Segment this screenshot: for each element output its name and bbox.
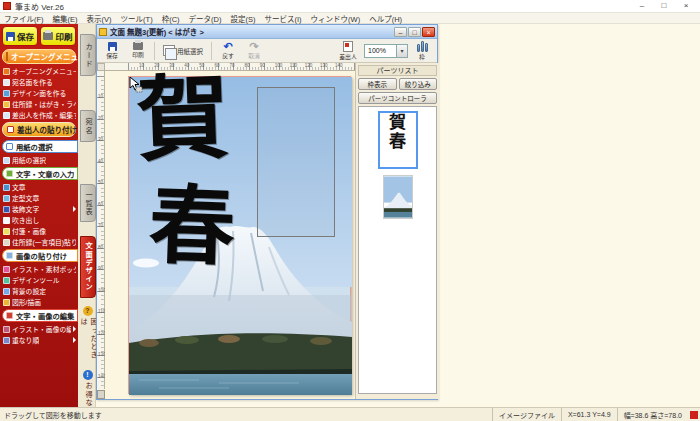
menu-view[interactable]: 表示(V) (87, 13, 112, 24)
sidebar-item-make-address-book[interactable]: 住所録・はがき・ラベルなどを作る (2, 99, 76, 109)
frame-button[interactable]: 枠 (410, 40, 434, 62)
part-thumbnail-photo[interactable] (383, 175, 413, 219)
question-icon: ? (83, 306, 93, 316)
parts-panel: パーツリスト 枠表示 絞り込み パーツコントローラ 賀 春 (355, 63, 439, 399)
menu-settings[interactable]: 設定(S) (231, 13, 256, 24)
doc-minimize-button[interactable]: – (394, 27, 407, 37)
menu-icon (3, 68, 10, 75)
selection-frame[interactable] (257, 87, 335, 237)
tab-card[interactable]: カード (80, 34, 96, 76)
sidebar-item-opening-menu-show[interactable]: オープニングメニューの表示 (2, 66, 76, 76)
redo-button[interactable]: ↷ 取消 (242, 40, 266, 62)
menu-service[interactable]: サービス(I) (265, 13, 302, 24)
flower-icon (3, 266, 10, 273)
doc-maximize-button[interactable]: □ (408, 27, 421, 37)
parts-panel-title: パーツリスト (358, 65, 437, 76)
window-title: 筆まめ Ver.26 (15, 1, 64, 12)
sidebar-item-speech-bubble[interactable]: 吹き出し (2, 215, 76, 225)
menu-edit[interactable]: 編集(E) (53, 13, 78, 24)
submenu-arrow-icon (73, 337, 76, 343)
section-edit[interactable]: 文字・画像の編集 (2, 309, 78, 322)
sender-stamp-icon (7, 126, 14, 133)
tab-list[interactable]: 一覧表 (80, 184, 96, 222)
window-controls: – □ × (631, 0, 697, 12)
ruler-number: 90 (260, 63, 265, 68)
sidebar-item-illust-box[interactable]: イラスト・素材ボックス (2, 264, 76, 274)
filter-button[interactable]: 絞り込み (399, 78, 438, 90)
sidebar-item-edit-sender[interactable]: 差出人を作成・編集する (2, 110, 76, 120)
sidebar-item-address-field-paste[interactable]: 住所録(一言項目)貼り付け (2, 237, 76, 247)
zoom-select[interactable]: 100% ▾ (364, 44, 408, 58)
calligraphy-char-ga: 賀 (135, 71, 230, 166)
save-button[interactable]: 保存 (2, 26, 38, 46)
sidebar-item-text[interactable]: 文章 (2, 182, 76, 192)
paste-sender-button[interactable]: 差出人の貼り付け (2, 122, 76, 137)
drag-cursor-icon (129, 77, 143, 93)
menu-file[interactable]: ファイル(F) (4, 13, 44, 24)
maximize-button[interactable]: □ (653, 0, 675, 12)
close-button[interactable]: × (675, 0, 697, 12)
ruler-number: 50 (199, 63, 204, 68)
menu-window[interactable]: ウィンドウ(W) (311, 13, 361, 24)
frame-icon (417, 41, 428, 52)
sidebar: 保存 印刷 オープニングメニュー ▼ オープニングメニューの表示 宛名面を作る … (0, 24, 78, 407)
sidebar-item-sticky-image[interactable]: 付箋・画像 (2, 226, 76, 236)
document-title-bar[interactable]: 文面 無題3(更新) < はがき > – □ × (97, 25, 437, 39)
ruler-number: 30 (169, 63, 174, 68)
image-icon (6, 252, 13, 259)
resize-grip[interactable] (690, 411, 698, 419)
doc-close-button[interactable]: × (422, 27, 435, 37)
sidebar-item-design-tool[interactable]: デザインツール (2, 275, 76, 285)
document-title: 文面 無題3(更新) < はがき > (110, 26, 204, 37)
tab-help[interactable]: ? 困ったときは (80, 306, 96, 364)
opening-menu-icon (6, 52, 8, 61)
part-thumbnail-calligraphy[interactable]: 賀 春 (378, 111, 418, 169)
ruler-number: 80 (245, 63, 250, 68)
ruler-number: 100 (275, 63, 283, 68)
undo-icon: ↶ (223, 41, 232, 51)
doc-print-button[interactable]: 印刷 (126, 40, 150, 62)
ruler-horizontal: 102030405060708090100110120130140 (105, 63, 355, 71)
paper-small-icon (3, 157, 10, 164)
section-image-paste[interactable]: 画像の貼り付け (2, 249, 78, 262)
toolbar-separator (211, 42, 212, 60)
sidebar-item-paper-select[interactable]: 用紙の選択 (2, 155, 76, 165)
menu-help[interactable]: ヘルプ(H) (369, 13, 402, 24)
parts-list: 賀 春 (358, 106, 437, 394)
sender-button[interactable]: 差出人 (336, 40, 360, 62)
paper-select-button[interactable]: 用紙選択 (159, 40, 207, 62)
menu-frame[interactable]: 枠(C) (162, 13, 180, 24)
sidebar-item-template-text[interactable]: 定型文章 (2, 193, 76, 203)
scrollbar-nub[interactable] (97, 390, 105, 399)
postcard-icon (3, 79, 10, 86)
sidebar-item-make-address-side[interactable]: 宛名面を作る (2, 77, 76, 87)
menu-tools[interactable]: ツール(T) (121, 13, 153, 24)
status-coordinates: X=61.3 Y=4.9 (561, 408, 617, 421)
calligraphy-char-shun: 春 (148, 182, 237, 271)
tab-address[interactable]: 宛名 (80, 110, 96, 142)
sidebar-item-z-order[interactable]: 重なり順 (2, 335, 76, 345)
sidebar-item-make-design-side[interactable]: デザイン面を作る (2, 88, 76, 98)
ruler-vertical: 102030405060708090100110120130140 (97, 71, 105, 389)
sender-edit-icon (3, 112, 10, 119)
minimize-button[interactable]: – (631, 0, 653, 12)
sidebar-item-decorated-text[interactable]: 装飾文字 (2, 204, 76, 214)
print-button[interactable]: 印刷 (40, 26, 76, 46)
menu-data[interactable]: データ(D) (189, 13, 222, 24)
doc-save-button[interactable]: 保存 (100, 40, 124, 62)
section-text-input[interactable]: 文字・文章の入力 (2, 167, 78, 180)
tab-design[interactable]: 文面デザイン (80, 236, 96, 298)
sidebar-item-shapes[interactable]: 図形/描画 (2, 297, 76, 307)
parts-controller-button[interactable]: パーツコントローラ (358, 92, 437, 104)
undo-button[interactable]: ↶ 戻す (216, 40, 240, 62)
sidebar-item-edit-illust[interactable]: イラスト・画像の編集 (2, 324, 76, 334)
design-canvas[interactable]: 賀 春 (105, 71, 355, 399)
chevron-down-icon: ▾ (396, 45, 407, 57)
frame-display-button[interactable]: 枠表示 (358, 78, 397, 90)
ruler-number: 50 (98, 180, 103, 185)
title-bar: 筆まめ Ver.26 – □ × (0, 0, 700, 13)
opening-menu-button[interactable]: オープニングメニュー ▼ (2, 49, 76, 64)
sidebar-item-background[interactable]: 背景の設定 (2, 286, 76, 296)
section-paper-select[interactable]: 用紙の選択 (2, 140, 78, 153)
sentence-icon (3, 184, 10, 191)
